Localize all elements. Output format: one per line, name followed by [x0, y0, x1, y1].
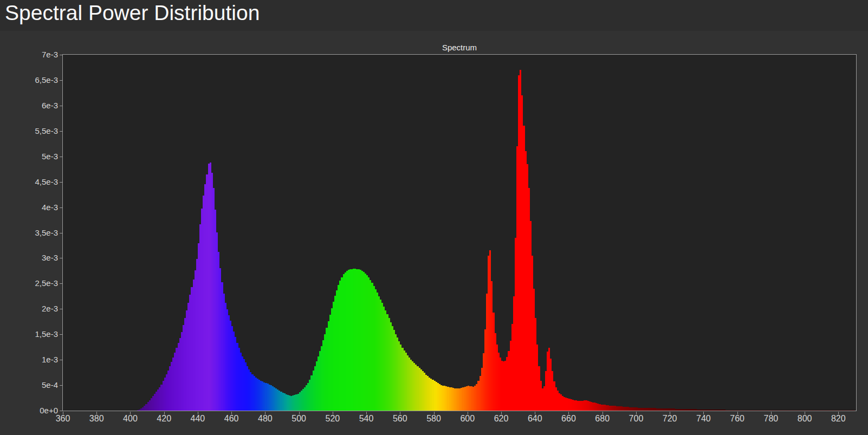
x-tick-label: 480 — [249, 414, 281, 424]
y-tick-label: 4e-3 — [20, 203, 58, 212]
x-tick-label: 720 — [653, 414, 686, 424]
x-tick-label: 580 — [418, 414, 450, 424]
y-tick-label: 5e-4 — [20, 380, 58, 389]
x-tick-label: 800 — [788, 414, 821, 424]
x-tick-label: 560 — [384, 414, 416, 424]
y-tick-label: 6,5e-3 — [20, 75, 58, 85]
y-tick-mark — [60, 182, 62, 183]
y-tick-mark — [60, 411, 62, 411]
x-tick-label: 440 — [182, 414, 214, 424]
y-tick-mark — [60, 131, 62, 132]
y-tick-label: 6e-3 — [20, 101, 58, 110]
y-tick-label: 5e-3 — [20, 152, 58, 161]
y-tick-mark — [60, 258, 62, 258]
y-tick-label: 5,5e-3 — [20, 126, 58, 135]
x-tick-label: 700 — [620, 414, 652, 424]
y-tick-label: 0e+0 — [20, 406, 58, 415]
x-tick-label: 680 — [586, 414, 619, 424]
y-tick-mark — [60, 106, 62, 106]
x-tick-label: 420 — [148, 414, 180, 424]
y-tick-mark — [60, 80, 62, 81]
y-tick-label: 2,5e-3 — [20, 278, 58, 288]
y-tick-mark — [60, 334, 62, 335]
header: Spectral Power Distribution — [0, 0, 868, 31]
y-tick-mark — [60, 157, 62, 157]
x-tick-label: 780 — [755, 414, 787, 424]
x-tick-label: 600 — [451, 414, 484, 424]
x-tick-label: 640 — [519, 414, 551, 424]
y-tick-label: 7e-3 — [20, 50, 58, 59]
x-tick-label: 360 — [47, 414, 79, 424]
y-tick-mark — [60, 309, 62, 309]
x-tick-label: 820 — [822, 414, 854, 424]
spectrum-canvas[interactable] — [63, 55, 856, 411]
x-tick-label: 540 — [350, 414, 383, 424]
y-tick-label: 1e-3 — [20, 355, 58, 364]
page-title: Spectral Power Distribution — [5, 1, 260, 25]
x-tick-label: 400 — [114, 414, 146, 424]
y-tick-mark — [60, 207, 62, 208]
chart-title: Spectrum — [62, 43, 857, 52]
x-tick-label: 660 — [552, 414, 585, 424]
x-tick-label: 740 — [687, 414, 720, 424]
x-tick-label: 380 — [80, 414, 113, 424]
x-tick-label: 760 — [721, 414, 754, 424]
x-tick-label: 460 — [215, 414, 248, 424]
y-tick-label: 1,5e-3 — [20, 329, 58, 339]
y-tick-mark — [60, 360, 62, 360]
x-tick-label: 520 — [316, 414, 349, 424]
x-tick-label: 500 — [283, 414, 315, 424]
y-tick-label: 3e-3 — [20, 253, 58, 262]
y-tick-mark — [60, 55, 62, 55]
y-tick-mark — [60, 385, 62, 386]
y-tick-label: 3,5e-3 — [20, 228, 58, 237]
plot-area[interactable] — [62, 54, 857, 411]
y-tick-label: 4,5e-3 — [20, 177, 58, 186]
x-tick-label: 620 — [485, 414, 517, 424]
app-window: { "page": { "title": "Spectral Power Dis… — [0, 0, 868, 435]
y-tick-label: 2e-3 — [20, 304, 58, 313]
y-tick-mark — [60, 283, 62, 284]
y-tick-mark — [60, 233, 62, 233]
